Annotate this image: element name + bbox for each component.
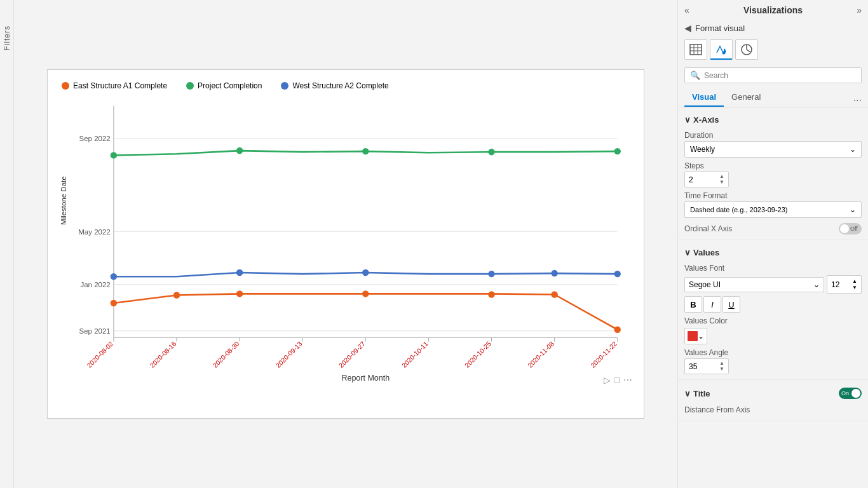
collapse-icon[interactable]: « [684,5,689,15]
tabs-row: Visual General ... [678,88,868,107]
legend-label-east: East Structure A1 Complete [73,81,167,90]
y-axis-title: Milestone Date [60,176,67,225]
x-label-8: 2020-11-22 [590,340,619,369]
font-size-down-icon[interactable]: ▼ [852,285,857,290]
color-row: ⌄ [684,328,862,344]
dot-east-7 [551,291,557,297]
legend-item-west: West Structure A2 Complete [281,81,388,90]
title-section-title: ∨ Title [684,389,710,398]
svg-rect-10 [690,44,702,55]
color-swatch[interactable]: ⌄ [684,328,707,344]
chevron-down-font: ⌄ [813,280,820,289]
time-format-dropdown[interactable]: Dashed date (e.g., 2023-09-23) ⌄ [684,201,862,218]
dot-west-6 [488,271,494,277]
tabs-left: Visual General [684,88,768,107]
dot-project-4 [362,148,369,154]
chevron-down-icon-title: ∨ [684,389,691,398]
x-label-4: 2020-09-27 [337,340,367,369]
toggle-knob [840,224,849,233]
analytics-icon[interactable] [735,39,758,60]
y-label-jan2022: Jan 2022 [80,281,110,288]
filter-chart-icon[interactable]: ▷ [604,375,611,385]
ordinal-toggle[interactable]: Off [839,223,862,234]
title-section: ∨ Title On Distance From Axis [678,380,868,421]
x-label-3: 2020-09-13 [275,340,304,369]
x-label-1: 2020-08-16 [149,340,178,369]
x-axis-header[interactable]: ∨ X-Axis [684,112,862,127]
chevron-down-icon-duration: ⌄ [850,145,856,154]
chevron-down-icon: ∨ [684,115,691,125]
filters-sidebar: Filters [0,0,14,488]
legend-dot-east [62,82,69,90]
main-area: East Structure A1 Complete Project Compl… [14,0,677,488]
chart-icons: ▷ □ ⋯ [604,375,632,385]
values-section: ∨ Values Values Font Segoe UI ⌄ 12 ▲ ▼ B… [678,240,868,380]
chart-area: Milestone Date Sep 2021 Jan 2022 May 202… [54,95,637,388]
steps-input[interactable]: ▲ ▼ [684,172,729,187]
dot-west-2 [236,269,243,276]
x-axis-section: ∨ X-Axis Duration Weekly ⌄ Steps ▲ ▼ Tim… [678,107,868,240]
angle-up-icon[interactable]: ▲ [719,361,724,366]
search-icon: 🔍 [690,71,700,80]
tab-visual[interactable]: Visual [684,88,724,107]
search-box[interactable]: 🔍 [684,67,862,83]
format-paint-icon[interactable] [710,39,733,60]
search-input[interactable] [704,71,856,80]
ordinal-x-axis-row: Ordinal X Axis Off [684,223,862,234]
dot-project-6 [488,149,494,155]
table-format-icon[interactable] [684,39,707,60]
values-title: ∨ Values [684,248,719,257]
expand-icon[interactable]: » [857,5,862,15]
steps-spinner: ▲ ▼ [719,174,724,185]
color-block [688,331,698,341]
more-options-icon[interactable]: ⋯ [623,375,632,385]
format-visual-label: Format visual [695,24,745,33]
x-label-5: 2020-10-11 [400,340,430,369]
values-color-label: Values Color [684,316,862,325]
distance-from-axis-label: Distance From Axis [684,405,862,414]
font-size-up-icon[interactable]: ▲ [852,278,857,284]
line-east-structure [114,294,618,329]
tab-more-icon[interactable]: ... [853,92,862,104]
values-font-label: Values Font [684,264,862,273]
font-family-dropdown[interactable]: Segoe UI ⌄ [684,277,824,292]
angle-value-input[interactable] [689,362,708,371]
focus-mode-icon[interactable]: □ [614,375,620,385]
dot-project-0 [111,152,117,158]
title-toggle-knob [851,389,860,398]
values-header[interactable]: ∨ Values [684,245,862,260]
format-icons-row [678,38,868,65]
title-toggle[interactable]: On [839,388,862,399]
dot-east-2 [236,290,243,297]
dot-west-4 [362,269,369,276]
font-controls-row: Segoe UI ⌄ 12 ▲ ▼ [684,275,862,294]
x-label-7: 2020-11-08 [527,340,556,369]
bold-btn[interactable]: B [684,296,702,313]
dot-west-8 [614,271,620,277]
format-visual-row: ◀ Format visual [678,20,868,38]
values-angle-label: Values Angle [684,348,862,357]
dot-east-4 [362,290,369,297]
legend-dot-project [186,82,194,90]
tab-general[interactable]: General [724,88,768,107]
steps-label: Steps [684,161,862,170]
steps-down-icon[interactable]: ▼ [719,180,724,185]
font-size-input[interactable]: 12 ▲ ▼ [827,275,862,294]
panel-title: Visualizations [743,5,803,15]
chevron-down-icon-time: ⌄ [850,205,856,214]
steps-value-input[interactable] [689,175,708,184]
italic-btn[interactable]: I [703,296,721,313]
duration-dropdown[interactable]: Weekly ⌄ [684,141,862,158]
chevron-down-icon-values: ∨ [684,248,691,257]
dot-west-0 [111,273,117,280]
angle-input[interactable]: ▲ ▼ [684,358,729,374]
svg-rect-0 [114,105,618,331]
title-section-header[interactable]: ∨ Title On [684,385,862,402]
svg-line-18 [747,50,750,52]
back-arrow-icon[interactable]: ◀ [684,23,691,33]
steps-up-icon[interactable]: ▲ [719,174,724,179]
legend-label-west: West Structure A2 Complete [292,81,388,90]
dot-project-2 [236,147,243,154]
underline-btn[interactable]: U [722,296,740,313]
angle-down-icon[interactable]: ▼ [719,367,724,372]
